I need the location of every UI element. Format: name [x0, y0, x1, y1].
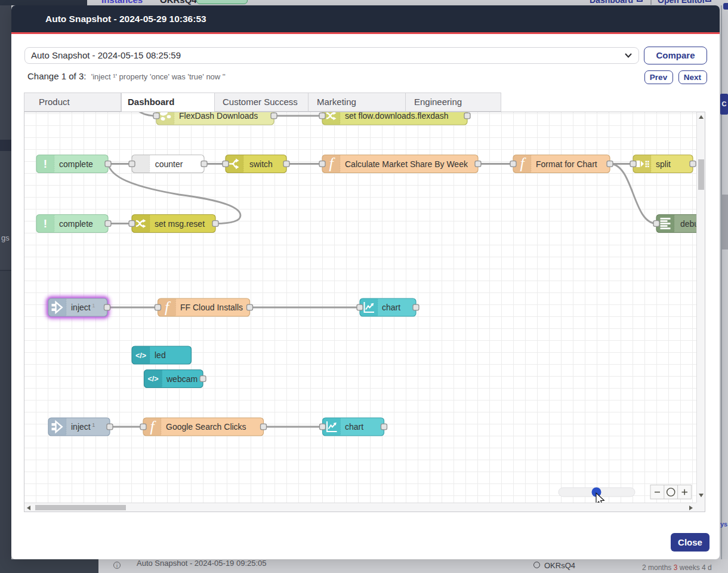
svg-text:switch: switch [249, 159, 273, 169]
svg-text:!: ! [44, 158, 47, 170]
svg-text:counter: counter [155, 159, 183, 169]
svg-text:led: led [155, 350, 166, 360]
svg-text:debu: debu [680, 219, 696, 229]
svg-text:set msg.reset: set msg.reset [155, 219, 205, 229]
svg-text:chart: chart [382, 303, 400, 312]
svg-text:complete: complete [59, 219, 93, 229]
svg-text:Calculate Market Share By Week: Calculate Market Share By Week [345, 159, 468, 169]
svg-text:split: split [656, 159, 671, 169]
svg-text:webcam: webcam [166, 374, 198, 384]
svg-text:</>: </> [147, 375, 158, 383]
svg-text:!: ! [44, 217, 47, 230]
svg-text:FF Cloud Installs: FF Cloud Installs [180, 303, 243, 312]
svg-text:set flow.downloads.flexdash: set flow.downloads.flexdash [345, 112, 449, 121]
svg-text:Google Search Clicks: Google Search Clicks [166, 422, 246, 432]
svg-text:chart: chart [345, 422, 363, 432]
svg-text:</>: </> [135, 352, 146, 360]
svg-text:complete: complete [59, 159, 93, 169]
svg-text:Format for Chart: Format for Chart [536, 159, 597, 169]
svg-text:FlexDash Downloads: FlexDash Downloads [179, 112, 258, 121]
